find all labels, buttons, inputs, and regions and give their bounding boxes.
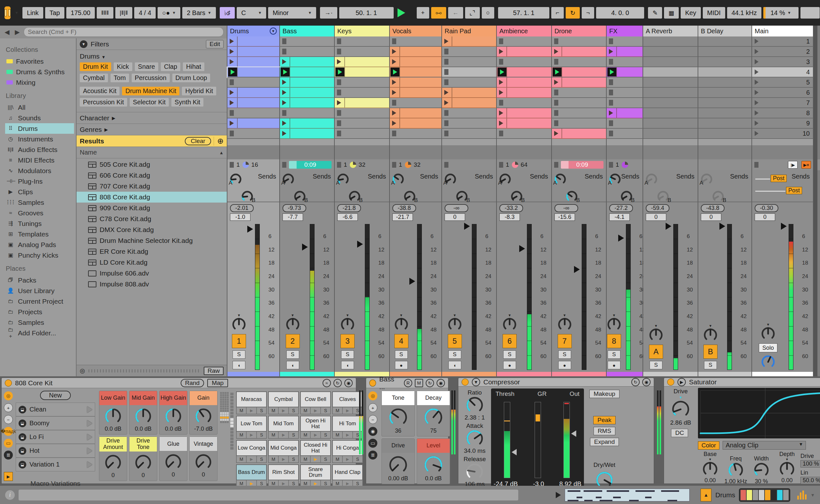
macro-knob[interactable]	[195, 405, 212, 425]
sidebar-collection-drums-synths[interactable]: Drums & Synths	[5, 67, 76, 77]
pan-knob[interactable]: ▼	[340, 313, 355, 332]
results-name-column[interactable]: Name	[80, 149, 97, 156]
clip-play-icon[interactable]	[499, 49, 503, 54]
monitor-button[interactable]: ●	[503, 361, 516, 369]
pad-solo-button[interactable]: S	[257, 431, 267, 438]
track-header-main[interactable]: Main	[752, 26, 814, 36]
scene-8[interactable]: 8	[752, 108, 814, 118]
show-macros-icon[interactable]: ◉	[368, 427, 377, 436]
knob[interactable]	[466, 396, 484, 414]
makeup-button[interactable]: Makeup	[589, 390, 620, 398]
pad-play-icon[interactable]: ▶	[342, 407, 352, 414]
out-handle[interactable]	[571, 430, 576, 437]
new-variation-button[interactable]: New	[40, 391, 71, 400]
clip-stop-icon[interactable]	[282, 49, 286, 54]
pan-knob[interactable]: ▼	[232, 313, 246, 332]
volume-field[interactable]: -15.6	[554, 213, 575, 221]
pad-mute-button[interactable]: M	[333, 480, 342, 486]
pad-solo-button[interactable]: S	[289, 480, 299, 486]
pad-mute-button[interactable]: M	[269, 456, 278, 463]
send-b-knob[interactable]: B	[403, 190, 416, 203]
filters-collapse-icon[interactable]: ▼	[80, 40, 87, 48]
track-number-button[interactable]: 2	[286, 334, 300, 348]
stop-all-clips-icon[interactable]	[754, 162, 759, 168]
clip-stop-icon[interactable]	[554, 110, 558, 116]
volume-field[interactable]: 0	[701, 213, 721, 221]
pad-mute-button[interactable]: M	[237, 456, 246, 463]
clip-play-icon[interactable]	[392, 59, 396, 64]
send-a-knob[interactable]: A	[700, 173, 713, 186]
clip-play-icon[interactable]	[392, 121, 396, 126]
clip-slot[interactable]	[335, 88, 390, 98]
variation-launch-icon[interactable]	[87, 448, 92, 454]
scene-6[interactable]: 6	[752, 88, 814, 98]
peak-level-display[interactable]: -∞	[445, 204, 468, 212]
clip-slot[interactable]	[497, 98, 552, 108]
filter-tag-hybrid-kit[interactable]: Hybrid Kit	[182, 87, 216, 95]
pan-knob[interactable]: ▼	[447, 313, 462, 332]
field-value[interactable]: 100 %	[800, 460, 820, 468]
result-item[interactable]: ER Core Kit.adg	[76, 246, 227, 257]
computer-midi-keyboard-icon[interactable]: ▦	[664, 7, 679, 19]
pad-solo-button[interactable]: S	[289, 407, 299, 414]
sort-ascending-icon[interactable]: ▲	[219, 150, 224, 155]
clip-slot[interactable]	[390, 57, 442, 67]
clip-play-icon[interactable]	[499, 110, 503, 116]
snapshot-icon[interactable]: ⬓	[19, 461, 26, 468]
track-number-button[interactable]: A	[649, 345, 663, 359]
volume-field[interactable]: 0	[646, 213, 666, 221]
clip-slot[interactable]	[552, 129, 607, 139]
filter-tag-drum-kit[interactable]: Drum Kit	[80, 62, 111, 71]
volume-fader-handle[interactable]	[574, 266, 580, 273]
hide-macros-icon[interactable]: ▭	[4, 439, 13, 448]
clip-slot[interactable]	[497, 36, 552, 47]
track-dropdown-icon[interactable]: ▼	[270, 28, 277, 35]
sidebar-place-samples[interactable]: 🗀Samples	[5, 317, 76, 328]
metronome-icon[interactable]: ‖‖‖	[97, 7, 113, 19]
track-number-button[interactable]: 7	[558, 334, 572, 348]
peak-level-display[interactable]: -59.4	[646, 204, 670, 212]
clip-slot[interactable]	[228, 108, 280, 118]
result-item[interactable]: DMX Core Kit.adg	[76, 224, 227, 235]
macro-knob[interactable]	[424, 405, 443, 427]
knob[interactable]	[671, 400, 690, 419]
clip-play-icon[interactable]	[554, 49, 558, 54]
track-header-rain-pad[interactable]: Rain Pad	[442, 26, 497, 36]
macro-vintage[interactable]: Vintage0	[189, 436, 218, 481]
clip-stop-icon[interactable]	[554, 120, 558, 126]
clip-slot[interactable]	[280, 108, 335, 118]
pad-mute-button[interactable]: M	[237, 480, 246, 486]
volume-fader-handle[interactable]	[519, 245, 525, 252]
pad-solo-button[interactable]: S	[321, 431, 331, 438]
clip-stop-icon[interactable]	[337, 38, 341, 44]
volume-fader-handle[interactable]	[247, 226, 253, 233]
pad-play-icon[interactable]: ▶	[278, 456, 288, 463]
volume-field[interactable]: -1.0	[230, 213, 251, 221]
show-track-devices-button[interactable]: ▲	[701, 489, 712, 501]
out-meter[interactable]	[563, 402, 570, 478]
macro-drive-tone[interactable]: Drive Tone0	[129, 436, 157, 481]
clip-slot[interactable]	[442, 57, 497, 67]
sidebar-item-clips[interactable]: ▶Clips	[5, 187, 76, 197]
sidebar-place-packs[interactable]: 🗇Packs	[5, 275, 76, 285]
clip-stop-icon[interactable]	[609, 120, 613, 126]
stop-all-clips-icon[interactable]	[609, 162, 613, 168]
track-stop-row[interactable]: 0:09	[552, 159, 607, 170]
pad-solo-button[interactable]: S	[257, 456, 267, 463]
clip-slot[interactable]	[442, 77, 497, 88]
volume-field[interactable]: 0	[755, 213, 775, 221]
clip-slot[interactable]	[280, 67, 335, 77]
hot-swap-icon[interactable]: ↻	[426, 379, 434, 387]
clip-playing-icon[interactable]	[228, 68, 237, 76]
variation-launch-icon[interactable]	[87, 406, 92, 413]
clip-stop-icon[interactable]	[554, 38, 558, 44]
clip-slot[interactable]	[335, 57, 390, 67]
peak-level-display[interactable]: -38.8	[392, 204, 416, 212]
clip-slot[interactable]	[390, 108, 442, 118]
re-enable-automation-button[interactable]: ←	[448, 7, 463, 19]
clip-slot[interactable]	[390, 77, 442, 88]
clip-play-icon[interactable]	[282, 121, 286, 126]
clip-slot[interactable]	[497, 108, 552, 118]
pad-play-icon[interactable]: ▶	[310, 407, 320, 414]
knob[interactable]	[753, 462, 769, 478]
